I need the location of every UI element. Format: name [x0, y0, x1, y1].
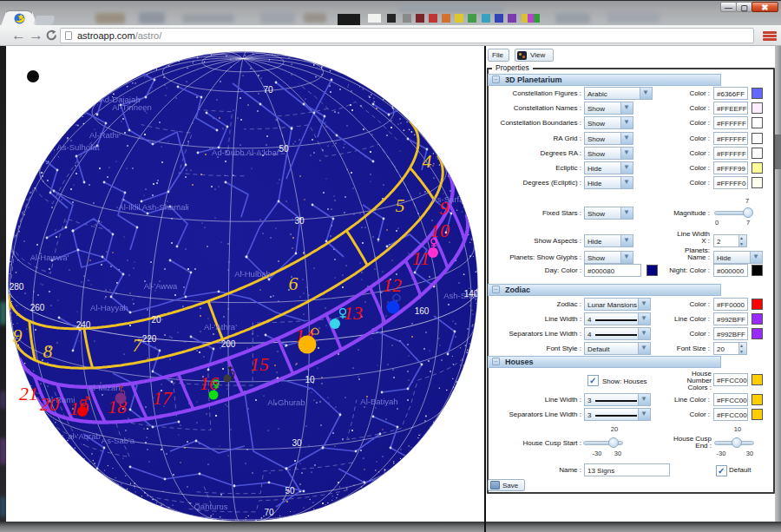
- svg-text:280: 280: [10, 282, 24, 292]
- svg-text:Qanturus: Qanturus: [194, 502, 227, 511]
- svg-text:200: 200: [221, 339, 236, 349]
- svg-text:30: 30: [292, 438, 302, 448]
- svg-text:20: 20: [151, 315, 161, 325]
- svg-text:4: 4: [423, 150, 432, 172]
- svg-text:8: 8: [43, 340, 53, 362]
- svg-text:70: 70: [264, 508, 274, 517]
- svg-text:6: 6: [289, 273, 299, 294]
- svg-text:5: 5: [396, 194, 405, 216]
- svg-text:10: 10: [305, 375, 315, 384]
- svg-text:Al-Mizan: Al-Mizan: [89, 383, 121, 392]
- svg-text:9: 9: [440, 197, 450, 219]
- svg-text:50: 50: [285, 486, 295, 496]
- svg-text:240: 240: [76, 320, 91, 330]
- svg-text:Al-'Awwa: Al-'Awwa: [144, 281, 178, 291]
- svg-text:Al-Rathi: Al-Rathi: [89, 130, 119, 140]
- svg-text:Al-Batiyah: Al-Batiyah: [360, 397, 397, 406]
- svg-text:140: 140: [464, 289, 479, 299]
- svg-text:16: 16: [200, 372, 219, 394]
- svg-text:Al-Tinneen: Al-Tinneen: [112, 102, 152, 112]
- svg-text:Al-Hayyah: Al-Hayyah: [90, 303, 128, 312]
- svg-text:Al-Ghurab: Al-Ghurab: [267, 397, 305, 407]
- svg-text:21: 21: [19, 383, 38, 404]
- svg-text:al-'Aqrab: al-'Aqrab: [68, 431, 101, 441]
- svg-text:Ad-Dubb Al-A'kbar: Ad-Dubb Al-A'kbar: [212, 148, 279, 157]
- svg-text:7: 7: [133, 334, 143, 356]
- svg-text:As-Sab'a: As-Sab'a: [102, 436, 135, 445]
- svg-text:15: 15: [250, 353, 269, 375]
- svg-text:50: 50: [279, 144, 289, 154]
- svg-text:Al-'Athra': Al-'Athra': [204, 322, 237, 332]
- svg-text:70: 70: [263, 85, 273, 95]
- svg-text:20: 20: [40, 393, 59, 415]
- svg-text:220: 220: [142, 334, 157, 344]
- svg-text:17: 17: [153, 387, 173, 409]
- svg-text:Al-Hulbah: Al-Hulbah: [234, 269, 271, 279]
- svg-text:160: 160: [415, 306, 430, 316]
- svg-text:9: 9: [13, 325, 23, 346]
- svg-text:260: 260: [30, 303, 45, 312]
- svg-text:13: 13: [344, 302, 363, 324]
- svg-text:10: 10: [430, 220, 450, 241]
- svg-text:11: 11: [412, 247, 430, 269]
- svg-text:12: 12: [383, 274, 402, 296]
- svg-text:As-Sulhofat: As-Sulhofat: [56, 142, 99, 152]
- svg-text:30: 30: [294, 216, 305, 226]
- svg-text:Al-Iklil Ash-Shamali: Al-Iklil Ash-Shamali: [118, 202, 188, 212]
- svg-text:Al-Hawwa': Al-Hawwa': [30, 253, 69, 262]
